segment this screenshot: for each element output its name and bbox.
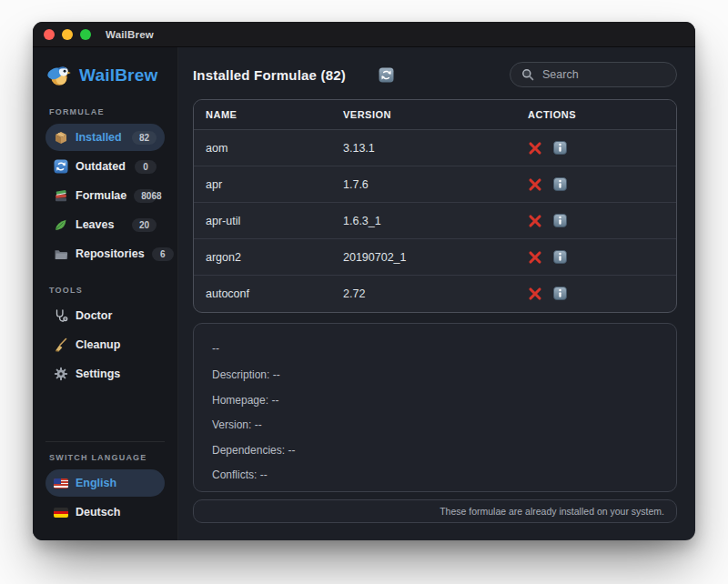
sidebar-item-label: Repositories xyxy=(76,247,145,260)
details-version: Version: -- xyxy=(212,418,658,431)
folder-icon xyxy=(54,247,68,261)
sidebar-item-doctor[interactable]: Doctor xyxy=(46,302,165,329)
formulae-table: NAME VERSION ACTIONS aom 3.13.1 apr 1.7.… xyxy=(193,99,677,313)
stethoscope-icon xyxy=(54,308,68,323)
formula-version: 1.7.6 xyxy=(343,178,528,191)
uninstall-x-icon[interactable] xyxy=(528,214,542,228)
table-row[interactable]: apr 1.7.6 xyxy=(194,166,676,203)
formula-version: 3.13.1 xyxy=(343,142,528,155)
sidebar-item-label: Cleanup xyxy=(76,338,157,351)
formula-name: argon2 xyxy=(194,251,343,264)
count-badge: 20 xyxy=(132,218,157,232)
close-button[interactable] xyxy=(44,29,55,40)
minimize-button[interactable] xyxy=(62,29,73,40)
sidebar-item-installed[interactable]: Installed 82 xyxy=(46,124,165,151)
count-badge: 0 xyxy=(135,160,157,174)
brand: WailBrew xyxy=(46,64,165,87)
status-text: These formulae are already installed on … xyxy=(440,506,664,517)
search-box xyxy=(510,62,677,87)
sidebar-item-label: Doctor xyxy=(76,309,157,322)
search-icon xyxy=(521,68,534,81)
uninstall-x-icon[interactable] xyxy=(528,141,542,156)
section-label-tools: TOOLS xyxy=(49,286,165,295)
sidebar-item-label: Settings xyxy=(76,368,157,380)
count-badge: 6 xyxy=(152,247,174,261)
brand-name: WailBrew xyxy=(79,65,157,86)
details-homepage: Homepage: -- xyxy=(212,394,658,407)
formula-name: aom xyxy=(194,142,343,155)
count-badge: 82 xyxy=(132,131,157,145)
sidebar-item-cleanup[interactable]: Cleanup xyxy=(46,331,165,358)
gear-icon xyxy=(54,367,68,381)
sidebar-item-label: English xyxy=(76,477,157,489)
broom-icon xyxy=(54,337,68,352)
column-header-name: NAME xyxy=(194,109,343,120)
app-window: WailBrew WailBrew FORMULAE xyxy=(33,22,695,540)
refresh-button[interactable] xyxy=(379,67,394,83)
main-content: Installed Formulae (82) xyxy=(178,47,695,540)
main-header: Installed Formulae (82) xyxy=(193,62,677,87)
sidebar-item-leaves[interactable]: Leaves 20 xyxy=(46,211,165,238)
sidebar-item-label: Installed xyxy=(76,131,125,144)
sidebar-item-label: Deutsch xyxy=(76,506,157,519)
table-row[interactable]: aom 3.13.1 xyxy=(194,130,676,166)
formula-name: autoconf xyxy=(194,287,343,300)
books-icon xyxy=(54,188,68,203)
section-label-language: SWITCH LANGUAGE xyxy=(49,453,165,462)
table-row[interactable]: apr-util 1.6.3_1 xyxy=(194,203,676,239)
refresh-icon xyxy=(54,159,68,174)
sidebar-item-outdated[interactable]: Outdated 0 xyxy=(46,153,165,180)
formula-version: 1.6.3_1 xyxy=(343,215,528,227)
sidebar-divider xyxy=(46,441,165,442)
window-title: WailBrew xyxy=(106,29,154,40)
titlebar: WailBrew xyxy=(33,22,695,47)
search-input[interactable] xyxy=(542,68,665,81)
de-flag-icon xyxy=(54,508,68,518)
traffic-lights xyxy=(44,29,91,40)
details-conflicts: Conflicts: -- xyxy=(212,468,658,481)
section-label-formulae: FORMULAE xyxy=(49,107,165,116)
table-row[interactable]: argon2 20190702_1 xyxy=(194,239,676,276)
column-header-actions: ACTIONS xyxy=(528,109,676,120)
formula-name: apr xyxy=(194,178,343,191)
info-icon[interactable] xyxy=(553,177,568,192)
sidebar-item-english[interactable]: English xyxy=(46,469,165,497)
details-panel: -- Description: -- Homepage: -- Version:… xyxy=(193,323,677,492)
uninstall-x-icon[interactable] xyxy=(528,177,542,192)
info-icon[interactable] xyxy=(553,287,568,301)
sidebar-item-label: Outdated xyxy=(76,160,127,173)
package-icon xyxy=(54,130,68,145)
details-description: Description: -- xyxy=(212,368,658,381)
uninstall-x-icon[interactable] xyxy=(528,287,542,301)
info-icon[interactable] xyxy=(553,141,568,156)
count-badge: 8068 xyxy=(134,189,157,203)
leaf-icon xyxy=(54,217,68,232)
formula-version: 2.72 xyxy=(343,287,528,300)
info-icon[interactable] xyxy=(553,214,568,228)
status-bar: These formulae are already installed on … xyxy=(193,499,677,523)
wailbrew-logo-icon xyxy=(47,64,71,87)
sidebar-item-repositories[interactable]: Repositories 6 xyxy=(46,240,165,267)
sidebar-item-deutsch[interactable]: Deutsch xyxy=(46,498,165,526)
details-dependencies: Dependencies: -- xyxy=(212,444,658,457)
column-header-version: VERSION xyxy=(343,109,528,120)
sidebar-item-label: Leaves xyxy=(76,218,125,231)
sidebar-item-label: Formulae xyxy=(76,189,126,202)
formula-version: 20190702_1 xyxy=(343,251,528,264)
sidebar: WailBrew FORMULAE Installed 82 xyxy=(33,47,178,540)
page-title: Installed Formulae (82) xyxy=(193,67,346,83)
table-header-row: NAME VERSION ACTIONS xyxy=(194,100,676,130)
zoom-button[interactable] xyxy=(80,29,91,40)
sidebar-item-formulae[interactable]: Formulae 8068 xyxy=(46,182,165,209)
info-icon[interactable] xyxy=(553,250,568,265)
sidebar-item-settings[interactable]: Settings xyxy=(46,360,165,388)
formula-name: apr-util xyxy=(194,215,343,227)
uninstall-x-icon[interactable] xyxy=(528,250,542,265)
us-flag-icon xyxy=(54,478,68,488)
table-row[interactable]: autoconf 2.72 xyxy=(194,276,676,312)
details-title: -- xyxy=(212,342,658,355)
